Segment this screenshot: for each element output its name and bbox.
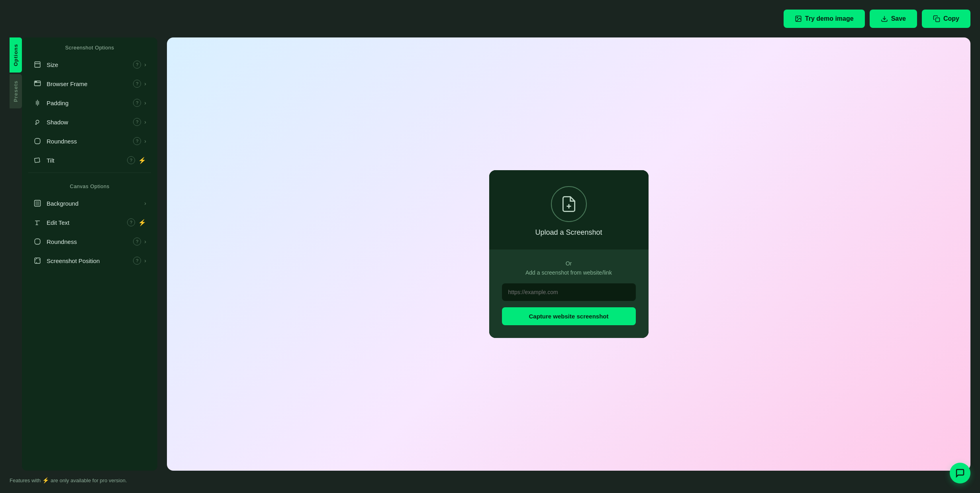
svg-rect-20 — [35, 239, 40, 244]
chat-icon — [955, 468, 965, 478]
size-help-icon[interactable]: ? — [133, 61, 141, 69]
svg-rect-3 — [936, 18, 940, 22]
divider — [28, 173, 151, 173]
edit-text-help-icon[interactable]: ? — [127, 218, 135, 226]
background-actions: › — [144, 200, 146, 206]
options-tab[interactable]: Options — [10, 37, 22, 73]
roundness-screenshot-row[interactable]: Roundness ? › — [25, 132, 154, 150]
upload-bottom: Or Add a screenshot from website/link Ca… — [489, 249, 649, 338]
shadow-label: Shadow — [47, 119, 128, 126]
shadow-chevron-icon: › — [144, 119, 146, 125]
browser-frame-chevron-icon: › — [144, 81, 146, 87]
upload-icon-circle — [551, 186, 587, 222]
shadow-help-icon[interactable]: ? — [133, 118, 141, 126]
padding-chevron-icon: › — [144, 100, 146, 106]
roundness-screenshot-chevron-icon: › — [144, 138, 146, 144]
browser-frame-actions: ? › — [133, 80, 146, 88]
roundness-screenshot-icon — [33, 137, 42, 145]
roundness-canvas-row[interactable]: Roundness ? › — [25, 232, 154, 251]
footer-suffix: are only available for pro version. — [51, 477, 127, 483]
screenshot-options-title: Screenshot Options — [22, 37, 157, 55]
shadow-actions: ? › — [133, 118, 146, 126]
roundness-canvas-help-icon[interactable]: ? — [133, 238, 141, 246]
roundness-screenshot-help-icon[interactable]: ? — [133, 137, 141, 145]
roundness-canvas-chevron-icon: › — [144, 238, 146, 245]
vertical-tabs: Options Presets — [10, 37, 22, 471]
background-row[interactable]: Background › — [25, 194, 154, 212]
upload-title: Upload a Screenshot — [535, 228, 602, 237]
image-icon — [795, 15, 802, 22]
padding-row[interactable]: Padding ? › — [25, 94, 154, 112]
browser-frame-label: Browser Frame — [47, 81, 128, 87]
tilt-row[interactable]: Tilt ? ⚡ — [25, 151, 154, 169]
screenshot-position-actions: ? › — [133, 257, 146, 265]
tilt-label: Tilt — [47, 157, 122, 164]
tilt-icon — [33, 156, 42, 165]
left-panel: Options Presets Screenshot Options Size … — [10, 37, 157, 471]
try-demo-button[interactable]: Try demo image — [784, 10, 865, 28]
padding-help-icon[interactable]: ? — [133, 99, 141, 107]
size-icon — [33, 60, 42, 69]
screenshot-position-row[interactable]: Screenshot Position ? › — [25, 251, 154, 270]
tilt-actions: ? ⚡ — [127, 156, 146, 164]
screenshot-position-icon — [33, 256, 42, 265]
size-label: Size — [47, 61, 128, 68]
chat-bubble[interactable] — [950, 463, 970, 483]
shadow-icon — [33, 118, 42, 126]
upload-card: Upload a Screenshot Or Add a screenshot … — [489, 170, 649, 338]
upload-top: Upload a Screenshot — [489, 170, 649, 249]
shadow-row[interactable]: Shadow ? › — [25, 113, 154, 131]
edit-text-actions: ? ⚡ — [127, 218, 146, 226]
save-label: Save — [891, 15, 906, 22]
roundness-canvas-label: Roundness — [47, 238, 128, 245]
url-input[interactable] — [502, 283, 636, 301]
top-bar: Try demo image Save Copy — [10, 10, 970, 28]
capture-button-label: Capture website screenshot — [529, 313, 608, 320]
copy-label: Copy — [943, 15, 959, 22]
options-panel: Screenshot Options Size ? › — [22, 37, 157, 471]
canvas-options-title: Canvas Options — [22, 176, 157, 193]
copy-button[interactable]: Copy — [922, 10, 970, 28]
presets-tab[interactable]: Presets — [10, 74, 22, 108]
svg-rect-4 — [35, 62, 40, 67]
upload-or-text: Or Add a screenshot from website/link — [525, 259, 612, 277]
size-actions: ? › — [133, 61, 146, 69]
browser-frame-icon — [33, 79, 42, 88]
size-chevron-icon: › — [144, 61, 146, 68]
tilt-help-icon[interactable]: ? — [127, 156, 135, 164]
footer-note: Features with ⚡ are only available for p… — [10, 477, 970, 483]
screenshot-position-chevron-icon: › — [144, 257, 146, 264]
footer-lightning-icon: ⚡ — [42, 477, 49, 483]
svg-rect-17 — [36, 202, 39, 205]
tilt-lightning-icon: ⚡ — [138, 157, 146, 164]
svg-point-8 — [35, 82, 36, 82]
svg-rect-15 — [35, 158, 40, 163]
screenshot-position-help-icon[interactable]: ? — [133, 257, 141, 265]
upload-file-icon — [560, 195, 578, 213]
save-icon — [881, 15, 888, 22]
browser-frame-row[interactable]: Browser Frame ? › — [25, 75, 154, 93]
roundness-screenshot-label: Roundness — [47, 138, 128, 145]
edit-text-icon — [33, 218, 42, 227]
svg-rect-14 — [35, 138, 40, 144]
edit-text-label: Edit Text — [47, 219, 122, 226]
padding-label: Padding — [47, 100, 128, 106]
browser-frame-help-icon[interactable]: ? — [133, 80, 141, 88]
padding-actions: ? › — [133, 99, 146, 107]
copy-icon — [933, 15, 940, 22]
main-layout: Options Presets Screenshot Options Size … — [10, 37, 970, 471]
background-chevron-icon: › — [144, 200, 146, 206]
svg-rect-21 — [35, 258, 40, 263]
edit-text-row[interactable]: Edit Text ? ⚡ — [25, 213, 154, 232]
roundness-canvas-actions: ? › — [133, 238, 146, 246]
svg-point-13 — [36, 120, 39, 124]
footer-prefix: Features with — [10, 477, 41, 483]
roundness-canvas-icon — [33, 237, 42, 246]
padding-icon — [33, 98, 42, 107]
edit-text-lightning-icon: ⚡ — [138, 219, 146, 226]
capture-button[interactable]: Capture website screenshot — [502, 307, 636, 325]
background-label: Background — [47, 200, 139, 207]
size-row[interactable]: Size ? › — [25, 55, 154, 74]
roundness-screenshot-actions: ? › — [133, 137, 146, 145]
save-button[interactable]: Save — [870, 10, 917, 28]
